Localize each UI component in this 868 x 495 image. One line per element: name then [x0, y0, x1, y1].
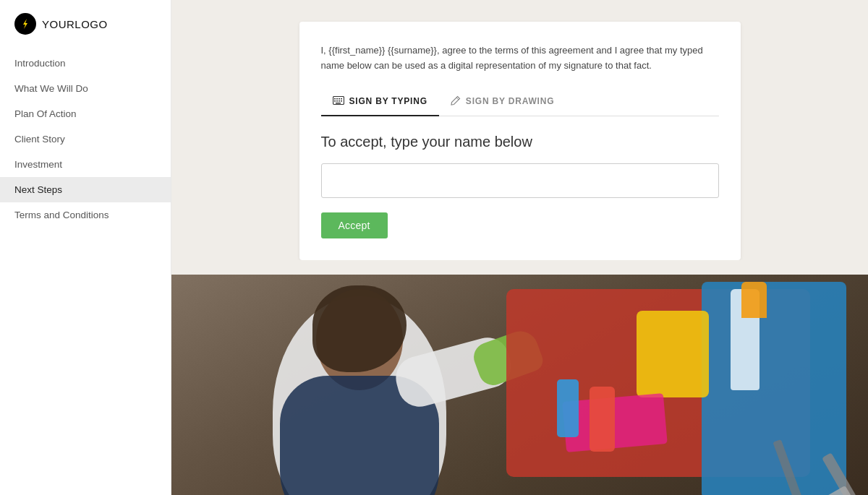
agreement-text: I, {{first_name}} {{surname}}, agree to …: [321, 43, 719, 74]
name-input[interactable]: [321, 163, 719, 198]
logo-area: YOURLOGO: [0, 0, 171, 51]
sign-tabs: SIGN BY TYPING SIGN BY DRAWING: [321, 88, 719, 116]
svg-rect-7: [336, 100, 338, 102]
sidebar-item-introduction[interactable]: Introduction: [0, 51, 171, 76]
svg-rect-3: [336, 98, 338, 100]
logo-icon: [14, 13, 36, 35]
main-content: I, {{first_name}} {{surname}}, agree to …: [171, 0, 868, 495]
yellow-sponge: [637, 311, 709, 397]
pencil-icon: [451, 95, 461, 108]
sidebar-item-plan-of-action[interactable]: Plan Of Action: [0, 101, 171, 126]
logo-light: LOGO: [75, 18, 107, 30]
accept-label: To accept, type your name below: [321, 134, 719, 150]
red-bottle: [590, 387, 615, 452]
sidebar-item-client-story[interactable]: Client Story: [0, 126, 171, 152]
sidebar-item-what-we-will-do[interactable]: What We Will Do: [0, 76, 171, 101]
tab-sign-by-drawing[interactable]: SIGN BY DRAWING: [439, 88, 566, 116]
tab-sign-by-typing[interactable]: SIGN BY TYPING: [321, 88, 439, 116]
svg-marker-0: [23, 19, 27, 29]
accept-button[interactable]: Accept: [321, 212, 388, 238]
sidebar: YOURLOGO Introduction What We Will Do Pl…: [0, 0, 171, 495]
tab-sign-by-drawing-label: SIGN BY DRAWING: [466, 96, 554, 106]
keyboard-icon: [333, 95, 344, 108]
tab-sign-by-typing-label: SIGN BY TYPING: [349, 96, 427, 106]
svg-rect-4: [339, 98, 340, 100]
spray-bottle-top: [741, 282, 767, 318]
svg-rect-10: [336, 103, 341, 104]
content-wrapper: I, {{first_name}} {{surname}}, agree to …: [171, 0, 868, 260]
cleaning-scene-bg: [171, 275, 868, 495]
svg-rect-9: [341, 100, 342, 102]
signature-card: I, {{first_name}} {{surname}}, agree to …: [299, 22, 741, 260]
bottom-image: [171, 275, 868, 495]
svg-rect-8: [339, 100, 340, 102]
sidebar-item-investment[interactable]: Investment: [0, 152, 171, 177]
svg-rect-6: [334, 100, 336, 102]
svg-rect-5: [341, 98, 342, 100]
logo-bold: YOUR: [42, 18, 75, 30]
sidebar-item-next-steps[interactable]: Next Steps: [0, 177, 171, 202]
nav-list: Introduction What We Will Do Plan Of Act…: [0, 51, 171, 495]
logo-text: YOURLOGO: [42, 18, 108, 30]
sidebar-item-terms-and-conditions[interactable]: Terms and Conditions: [0, 202, 171, 228]
blue-bottle: [557, 379, 579, 437]
svg-rect-2: [334, 98, 336, 100]
